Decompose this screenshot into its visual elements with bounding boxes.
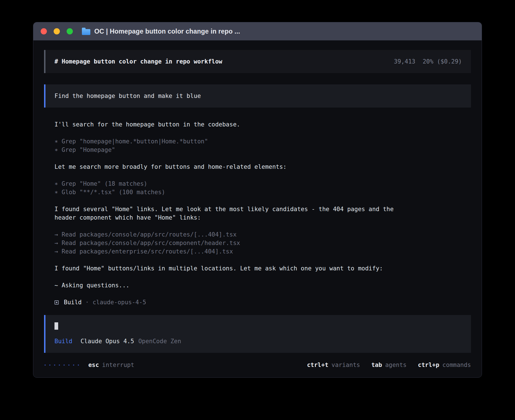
zoom-button[interactable]	[67, 28, 73, 34]
tool-line-read: → Read packages/enterprise/src/routes/[.…	[54, 247, 471, 256]
hint-key: tab	[371, 361, 382, 369]
hint-variants: ctrl+t variants	[307, 361, 360, 369]
assistant-status-text: ~ Asking questions...	[54, 281, 471, 290]
prompt-input[interactable]: Build Claude Opus 4.5 OpenCode Zen	[44, 315, 471, 353]
tool-line-glob: ∗ Glob "**/*.tsx" (100 matches)	[54, 188, 471, 196]
assistant-text: I'll search for the homepage button in t…	[54, 120, 471, 129]
agent-status-row: Build · claude-opus-4-5	[54, 298, 471, 307]
close-button[interactable]	[41, 28, 47, 34]
composer-footer: Build Claude Opus 4.5 OpenCode Zen	[54, 337, 462, 345]
square-dot-icon	[54, 300, 59, 305]
assistant-response: I'll search for the homepage button in t…	[44, 120, 471, 307]
tool-line-grep: ∗ Grep "Homepage"	[54, 146, 471, 154]
user-message: Find the homepage button and make it blu…	[44, 84, 471, 108]
tool-line-grep: ∗ Grep "homepage|home.*button|Home.*butt…	[54, 137, 471, 146]
assistant-text: I found "Home" buttons/links in multiple…	[54, 264, 471, 273]
separator-dot: ·	[85, 298, 89, 307]
session-title: # Homepage button color change in repo w…	[54, 57, 222, 66]
spinner-dots-icon: ••••••••	[44, 361, 82, 369]
minimize-button[interactable]	[54, 28, 60, 34]
window-title: OC | Homepage button color change in rep…	[94, 28, 240, 35]
hint-commands: ctrl+p commands	[418, 361, 471, 369]
user-message-text: Find the homepage button and make it blu…	[54, 93, 201, 99]
window-title-group: OC | Homepage button color change in rep…	[82, 28, 240, 35]
hint-label: commands	[442, 361, 471, 369]
assistant-text: Let me search more broadly for buttons a…	[54, 163, 471, 171]
window-controls	[41, 28, 73, 34]
tool-line-read: → Read packages/console/app/src/routes/[…	[54, 230, 471, 239]
model-indicator: Claude Opus 4.5	[80, 337, 134, 345]
agent-model: claude-opus-4-5	[93, 298, 146, 307]
hint-label: interrupt	[102, 361, 134, 369]
tool-line-read: → Read packages/console/app/src/componen…	[54, 239, 471, 247]
provider-indicator: OpenCode Zen	[138, 337, 181, 345]
terminal-content: # Homepage button color change in repo w…	[33, 40, 482, 377]
status-bar-left: •••••••• esc interrupt	[44, 360, 134, 369]
folder-icon	[82, 29, 90, 35]
context-usage: 20% ($0.29)	[423, 57, 462, 66]
status-bar-right: ctrl+t variants tab agents ctrl+p comman…	[307, 361, 471, 369]
agent-name: Build	[64, 298, 82, 307]
tool-line-grep: ∗ Grep "Home" (18 matches)	[54, 180, 471, 188]
session-stats: 39,413 20% ($0.29)	[394, 57, 462, 66]
window-titlebar[interactable]: OC | Homepage button color change in rep…	[33, 22, 482, 40]
assistant-text: I found several "Home" links. Let me loo…	[54, 205, 405, 222]
hint-interrupt: esc interrupt	[88, 361, 134, 369]
hint-key: ctrl+t	[307, 361, 328, 369]
terminal-window: OC | Homepage button color change in rep…	[33, 22, 482, 378]
hint-key: esc	[88, 361, 99, 369]
text-cursor	[54, 322, 58, 330]
hint-agents: tab agents	[371, 361, 407, 369]
session-header: # Homepage button color change in repo w…	[44, 50, 471, 73]
hint-label: variants	[331, 361, 360, 369]
prompt-text-area[interactable]	[54, 322, 462, 330]
mode-indicator: Build	[54, 337, 72, 345]
status-bar: •••••••• esc interrupt ctrl+t variants t…	[44, 360, 471, 369]
hint-key: ctrl+p	[418, 361, 439, 369]
token-count: 39,413	[394, 57, 415, 66]
hint-label: agents	[385, 361, 407, 369]
